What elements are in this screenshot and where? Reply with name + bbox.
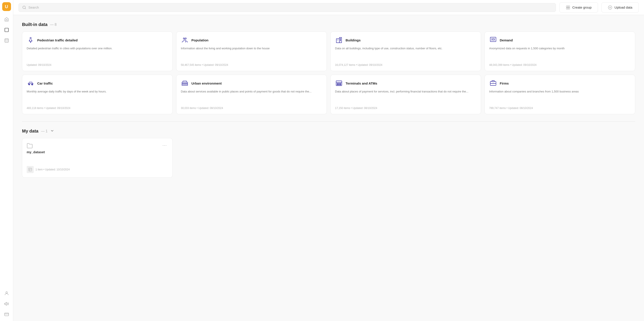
card-urban-desc: Data about services available in public … [181, 90, 322, 104]
built-in-data-header: Built-in data — 8 [22, 22, 635, 27]
card-demand-desc: Anonymized data on requests in 1,500 cat… [489, 46, 630, 61]
svg-rect-34 [337, 83, 338, 84]
card-population-footer: 58,467,545 items • Updated: 09/10/2024 [181, 64, 322, 66]
sidebar-item-home[interactable] [2, 15, 11, 24]
card-buildings-title: Buildings [346, 38, 360, 42]
card-urban-title: Urban environment [192, 82, 222, 85]
svg-rect-0 [5, 28, 8, 32]
card-terminals-footer: 17,150 items • Updated: 08/10/2024 [335, 106, 476, 110]
svg-line-6 [25, 8, 26, 9]
svg-rect-37 [337, 84, 338, 85]
search-icon [22, 6, 26, 10]
svg-rect-8 [568, 6, 570, 7]
card-firms-desc: Information about companies and branches… [489, 90, 630, 104]
card-urban[interactable]: Urban environment Data about services av… [176, 75, 327, 114]
section-divider [22, 121, 635, 122]
my-data-title: My data [22, 128, 38, 134]
card-demand-footer: 48,043,399 items • Updated: 09/10/2024 [489, 64, 630, 66]
svg-rect-30 [182, 82, 188, 84]
svg-rect-7 [566, 6, 568, 7]
card-firms[interactable]: Firms Information about companies and br… [484, 75, 635, 114]
card-firms-title: Firms [500, 82, 509, 85]
upload-data-button[interactable]: Upload data [602, 2, 639, 12]
folder-menu-button[interactable]: ⋯ [161, 143, 168, 148]
card-demand-header: Demand [489, 36, 630, 44]
search-box[interactable]: Search [18, 3, 556, 12]
card-buildings-footer: 16,074,127 items • Updated: 09/10/2024 [335, 64, 476, 66]
card-terminals-header: Terminals and ATMs [335, 79, 476, 87]
card-pedestrian[interactable]: Pedestrian traffic detailed Detailed ped… [22, 32, 173, 71]
my-data-header: My data — 1 [22, 128, 635, 134]
card-terminals[interactable]: Terminals and ATMs Data about places of … [330, 75, 481, 114]
create-group-label: Create group [572, 6, 592, 9]
card-population-desc: Information about the living and working… [181, 46, 322, 61]
card-urban-footer: 30,033 items • Updated: 08/10/2024 [181, 106, 322, 110]
card-pedestrian-footer: Updated: 09/10/2024 [27, 64, 168, 66]
card-buildings[interactable]: Buildings Data on all buildings, includi… [330, 32, 481, 71]
card-urban-header: Urban environment [181, 79, 322, 87]
folder-card-my-dataset[interactable]: ⋯ my_dataset 1 item • Updated: 10/10/202… [22, 138, 173, 178]
built-in-data-count: — 8 [50, 23, 56, 27]
svg-point-27 [492, 38, 494, 40]
svg-rect-10 [568, 8, 570, 9]
svg-rect-35 [338, 83, 340, 84]
card-car-traffic-header: Car traffic [27, 79, 168, 87]
content-area: Built-in data — 8 Pedestrian traffic det… [13, 15, 644, 321]
folder-thumbnail [27, 166, 34, 173]
app-logo: U [2, 2, 11, 11]
card-population[interactable]: Population Information about the living … [176, 32, 327, 71]
my-data-count: — 1 [41, 129, 47, 133]
sidebar: U [0, 0, 13, 321]
card-pedestrian-desc: Detailed pedestrian traffic in cities wi… [27, 46, 168, 61]
svg-rect-3 [4, 313, 8, 316]
card-pedestrian-header: Pedestrian traffic detailed [27, 36, 168, 44]
sidebar-item-layers[interactable] [2, 26, 11, 34]
folder-card-bottom: 1 item • Updated: 10/10/2024 [27, 166, 168, 173]
upload-data-label: Upload data [614, 6, 632, 9]
card-car-traffic-footer: 483,118 items • Updated: 09/10/2024 [27, 106, 168, 110]
pedestrian-icon [27, 36, 34, 44]
firms-icon [489, 79, 497, 87]
folder-icon [27, 143, 33, 149]
population-icon [181, 36, 189, 44]
card-terminals-title: Terminals and ATMs [346, 82, 377, 85]
sidebar-item-stack[interactable] [2, 36, 11, 45]
svg-rect-17 [336, 39, 340, 43]
create-group-button[interactable]: Create group [560, 2, 598, 12]
urban-icon [181, 79, 189, 87]
svg-rect-24 [340, 40, 341, 40]
svg-point-2 [6, 292, 7, 293]
card-car-traffic-title: Car traffic [37, 82, 53, 85]
my-data-grid: ⋯ my_dataset 1 item • Updated: 10/10/202… [22, 138, 635, 178]
card-terminals-desc: Data about places of payment for service… [335, 90, 476, 104]
buildings-icon [335, 36, 343, 44]
built-in-data-grid: Pedestrian traffic detailed Detailed ped… [22, 32, 635, 114]
card-pedestrian-title: Pedestrian traffic detailed [37, 38, 78, 42]
svg-rect-39 [340, 84, 341, 85]
folder-footer: 1 item • Updated: 10/10/2024 [36, 168, 70, 171]
svg-rect-43 [29, 168, 32, 171]
card-population-title: Population [192, 38, 208, 42]
terminal-icon [335, 79, 343, 87]
search-placeholder: Search [28, 6, 39, 9]
card-population-header: Population [181, 36, 322, 44]
svg-point-15 [183, 38, 184, 39]
built-in-data-title: Built-in data [22, 22, 48, 27]
svg-rect-26 [490, 37, 496, 42]
upload-icon [608, 5, 612, 10]
svg-rect-38 [338, 84, 340, 85]
svg-rect-31 [182, 84, 188, 86]
demand-icon [489, 36, 497, 44]
main-area: Search Create group Upload data Built-in… [13, 0, 644, 321]
sidebar-item-card[interactable] [2, 310, 11, 319]
chevron-down-icon[interactable] [50, 129, 54, 134]
card-demand-title: Demand [500, 38, 513, 42]
card-car-traffic[interactable]: Car traffic Monthly average daily traffi… [22, 75, 173, 114]
sidebar-item-megaphone[interactable] [2, 300, 11, 308]
sidebar-item-user[interactable] [2, 289, 11, 298]
svg-point-14 [30, 38, 31, 39]
card-firms-footer: 789,747 items • Updated: 08/10/2024 [489, 106, 630, 110]
card-demand[interactable]: Demand Anonymized data on requests in 1,… [484, 32, 635, 71]
svg-point-16 [185, 38, 186, 39]
svg-rect-9 [566, 8, 568, 9]
